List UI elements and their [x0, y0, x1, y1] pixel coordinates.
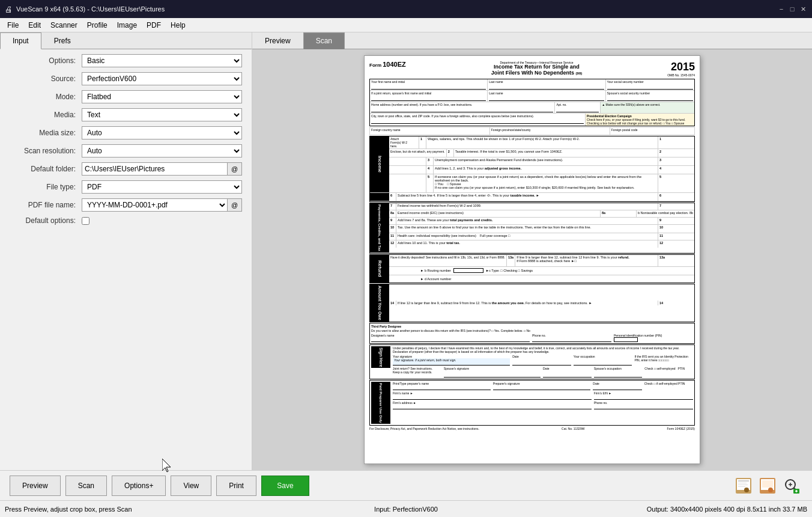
form-row-default-folder: Default folder: @: [10, 162, 242, 176]
label-pdf-file-name: PDF file name:: [10, 201, 82, 209]
tf-line11-desc: Health care: individual responsibility (…: [396, 233, 658, 240]
zoom-button[interactable]: [781, 475, 802, 497]
tf-firm-ein: Firm's EIN ►: [594, 391, 693, 400]
tf-third-party-section: Third Party Designee Do you want to allo…: [369, 323, 695, 344]
pdf-file-name-at-button[interactable]: @: [228, 198, 242, 212]
tf-line4-num: 4: [426, 166, 434, 174]
scan-resolution-select[interactable]: Auto 300 600 1200: [82, 144, 242, 158]
tf-name-section: Your first name and initial Last name Yo…: [369, 79, 695, 126]
tf-income-section: Income AttachForm(s) W-2here. 1 Wages, s…: [369, 136, 695, 202]
tf-line12-num: 12: [389, 240, 396, 248]
tf-income-line5: 5 If someone can claim you (or your spou…: [389, 174, 694, 192]
print-button[interactable]: Print: [216, 476, 256, 496]
tf-pct-row7: Payments, Credits, and Tax 7 Federal inc…: [370, 203, 694, 253]
preview-button[interactable]: Preview: [10, 476, 61, 496]
form-row-pdf-file-name: PDF file name: YYYY-MM-DD-0001+.pdf @: [10, 198, 242, 212]
scan-thumbnail-button[interactable]: [733, 475, 754, 497]
tf-line14-amount: 14: [658, 301, 694, 305]
tf-preparer-row2: Firm's name ► Firm's EIN ►: [393, 391, 693, 400]
preview-tab-preview[interactable]: Preview: [252, 32, 303, 49]
statusbar-center: Input: PerfectionV600: [276, 506, 536, 513]
tf-line7-desc: Federal income tax withheld from Form(s)…: [396, 203, 658, 210]
file-type-select[interactable]: PDF JPEG TIFF PNG: [82, 180, 242, 194]
form-row-file-type: File type: PDF JPEG TIFF PNG: [10, 180, 242, 194]
form-row-media: Media: Text Photo Slide: [10, 108, 242, 121]
app-icon: 🖨: [5, 5, 13, 14]
options-plus-button[interactable]: Options+: [112, 476, 166, 496]
tf-line3-spacer: [389, 158, 426, 165]
close-button[interactable]: ✕: [799, 5, 807, 13]
tf-line7-amount: 7: [658, 203, 694, 210]
menu-scanner[interactable]: Scanner: [46, 20, 82, 31]
pdf-file-name-select[interactable]: YYYY-MM-DD-0001+.pdf: [82, 198, 228, 212]
scan-button[interactable]: Scan: [65, 476, 107, 496]
tf-spouse-firstname-label: If a joint return, spouse's first name a…: [370, 91, 488, 102]
color-thumbnail-button[interactable]: [757, 475, 778, 497]
tf-date: Date: [512, 355, 571, 366]
main-content: Input Prefs Options: Basic Advanced Sour…: [0, 32, 812, 470]
tf-line8a-row: 8a Earned income credit (EIC) (see instr…: [389, 210, 694, 218]
tf-line9-amount: 9: [658, 218, 694, 224]
media-size-select[interactable]: Auto Letter A4: [82, 126, 242, 139]
tf-line14-desc: If line 12 is larger than line 9, subtra…: [396, 301, 658, 305]
tf-designee-phone: Phone no.: [532, 334, 611, 342]
tf-attach-label: AttachForm(s) W-2here.: [389, 136, 419, 148]
media-select[interactable]: Text Photo Slide: [82, 108, 242, 121]
preview-tab-scan[interactable]: Scan: [303, 32, 345, 49]
tf-omb: OMB No. 1545-0074: [667, 73, 695, 77]
tab-input[interactable]: Input: [0, 32, 41, 49]
tf-line12-desc: Add lines 10 and 11. This is your total …: [396, 240, 658, 248]
tf-income-header-row: Income AttachForm(s) W-2here. 1 Wages, s…: [370, 136, 694, 193]
tab-prefs[interactable]: Prefs: [41, 32, 83, 49]
default-folder-input[interactable]: [82, 162, 228, 176]
tf-line6-spacer: [370, 193, 389, 201]
options-select[interactable]: Basic Advanced: [82, 54, 242, 67]
label-options: Options:: [10, 57, 82, 65]
maximize-button[interactable]: □: [788, 5, 796, 13]
menu-pdf[interactable]: PDF: [142, 20, 166, 31]
tf-firstname-label: Your first name and initial: [370, 79, 488, 90]
tf-firm-address: Firm's address ►: [393, 401, 592, 409]
form-area: Options: Basic Advanced Source: Perfecti…: [0, 49, 252, 470]
tf-line8a-amount: 8a: [601, 210, 637, 217]
label-file-type: File type:: [10, 183, 82, 191]
tf-line13b-row: ► b Routing number ►c Type: □ Checking □…: [389, 267, 694, 275]
view-button[interactable]: View: [171, 476, 211, 496]
save-button[interactable]: Save: [261, 476, 309, 496]
svg-point-10: [768, 488, 773, 492]
tf-joint-row: Joint return? See instructions.Keep a co…: [393, 367, 693, 378]
tf-line6-desc: Subtract line 5 from line 4. If line 5 i…: [396, 193, 658, 201]
svg-rect-9: [762, 480, 773, 488]
default-options-checkbox[interactable]: [82, 217, 89, 225]
default-folder-at-button[interactable]: @: [228, 162, 242, 176]
tf-line13b-desc: ► b Routing number ►c Type: □ Checking □…: [419, 268, 694, 274]
tf-line13a-row: Have it directly deposited! See instruct…: [389, 255, 694, 267]
color-thumbnail-icon: [759, 477, 777, 495]
tf-line1-num: 1: [419, 136, 426, 148]
minimize-button[interactable]: −: [777, 5, 786, 13]
menu-profile[interactable]: Profile: [82, 20, 112, 31]
statusbar-left: Press Preview, adjust crop box, press Sc…: [5, 506, 264, 513]
tf-spouse-lastname-label: Last name: [488, 91, 605, 102]
source-select[interactable]: PerfectionV600: [82, 72, 242, 85]
menu-image[interactable]: Image: [112, 20, 142, 31]
left-panel: Input Prefs Options: Basic Advanced Sour…: [0, 32, 252, 470]
form-row-source: Source: PerfectionV600: [10, 72, 242, 85]
tf-third-party-question: Do you want to allow another person to d…: [371, 329, 693, 332]
menu-help[interactable]: Help: [166, 20, 190, 31]
tax-form: Form 1040EZ Department of the Treasury—I…: [364, 55, 700, 464]
tf-refund-rows: Refund Have it directly deposited! See i…: [370, 255, 694, 283]
tf-line2-num: 2: [447, 149, 454, 157]
svg-rect-5: [738, 486, 745, 487]
tf-line11-amount: 11: [658, 233, 694, 240]
menu-file[interactable]: File: [2, 20, 23, 31]
tf-firstname-input: [371, 84, 486, 90]
mode-select[interactable]: Flatbed Transparency: [82, 90, 242, 103]
tf-firm-name: Firm's name ►: [393, 391, 592, 400]
menu-edit[interactable]: Edit: [23, 20, 46, 31]
left-tabs: Input Prefs: [0, 32, 252, 49]
statusbar-right: Output: 3400x4400 pixels 400 dpi 8.5x11 …: [548, 506, 807, 513]
tf-ssn-label: Your social security number: [606, 79, 694, 90]
tf-income-line1: AttachForm(s) W-2here. 1 Wages, salaries…: [389, 136, 694, 149]
tf-ssn-input: [607, 84, 693, 90]
